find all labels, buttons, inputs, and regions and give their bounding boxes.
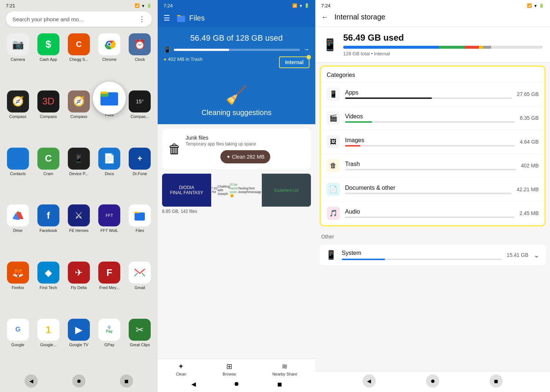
app-devicep[interactable]: 📱 Device P... — [65, 145, 93, 200]
media-grid: DIODIAFINAL FANTASY 7:20 PM Chatting wit… — [162, 174, 311, 207]
app-camera[interactable]: 📷 Camera — [4, 31, 32, 86]
app-facebook[interactable]: f Facebook — [34, 202, 62, 257]
app-googletv[interactable]: ▶ Google TV — [65, 317, 93, 371]
app-chrome[interactable]: Chrome — [95, 31, 124, 86]
time-panel3: 7:24 — [321, 3, 330, 8]
facebook-icon: f — [37, 204, 59, 226]
app-cram[interactable]: C Cram — [34, 145, 62, 200]
android-nav-panel2: ◀ ⏺ ◼ — [158, 378, 315, 392]
internal-storage-panel: 7:24 📶 ▼ 🔋 ← Internal storage 📱 56.49 GB… — [315, 0, 550, 392]
menu-dots[interactable]: ⋮ — [139, 15, 145, 23]
back-arrow-icon[interactable]: ← — [321, 13, 329, 21]
app-compass1[interactable]: 🧭 Compass — [4, 88, 32, 143]
app-firefox[interactable]: 🦊 Firefox — [4, 259, 32, 314]
app-drfone[interactable]: + Dr.Fone — [126, 145, 154, 200]
junk-icon: 🗑 — [168, 141, 181, 157]
media-thumb-game[interactable]: DIODIAFINAL FANTASY — [162, 174, 211, 207]
googleone-icon: 1 — [37, 319, 59, 341]
app-fredmey[interactable]: F Fred Mey... — [95, 259, 124, 314]
svg-marker-20 — [177, 15, 181, 16]
nav-clean[interactable]: ✦ Clean — [176, 362, 186, 376]
googletv-icon: ▶ — [68, 319, 90, 341]
apps-category-info: Apps — [345, 89, 512, 99]
app-flydelta[interactable]: ✈ Fly Delta — [65, 259, 93, 314]
search-bar[interactable]: Search your phone and mo... ⋮ — [6, 11, 152, 27]
status-bar-panel2: 7:24 📶 ▼ 🔋 — [158, 0, 315, 10]
nav-nearby[interactable]: ≋ Nearby Share — [272, 362, 297, 376]
hamburger-menu[interactable]: ☰ — [164, 14, 170, 22]
app-docs[interactable]: 📄 Docs — [95, 145, 124, 200]
recents-btn-panel3[interactable]: ◼ — [489, 374, 503, 388]
files-app-title: Files — [189, 14, 205, 22]
internal-dot — [307, 55, 311, 59]
app-clock[interactable]: ⏰ Clock — [126, 31, 154, 86]
media-thumb-chat[interactable]: 7:20 PM Chatting with Joseph I'll be hom… — [212, 174, 261, 207]
google-icon: G — [7, 319, 29, 341]
media-thumb-list[interactable]: Equipment List — [262, 174, 311, 207]
phone-icon: 📱 — [323, 38, 337, 52]
app-google[interactable]: G Google — [4, 317, 32, 371]
app-files2[interactable]: Files — [126, 202, 154, 257]
nav-browse[interactable]: ⊞ Browse — [223, 362, 236, 376]
flydelta-icon: ✈ — [68, 262, 90, 284]
app-compass5[interactable]: 15° Compas... — [126, 88, 154, 143]
app-files-highlighted[interactable]: Files — [95, 88, 124, 143]
cat-item-videos[interactable]: 🎬 Videos 8.35 GB — [321, 106, 544, 130]
home-btn-panel3[interactable]: ⏺ — [426, 374, 439, 388]
audio-category-icon: 🎵 — [327, 207, 340, 220]
app-compass2[interactable]: 3D Compass — [34, 88, 62, 143]
nearby-nav-icon: ≋ — [282, 362, 288, 371]
system-item[interactable]: 📱 System 15.41 GB ⌄ — [320, 245, 546, 265]
system-icon: 📱 — [326, 250, 337, 260]
files-highlight-circle — [93, 82, 126, 115]
system-size: 15.41 GB — [507, 252, 528, 258]
app-label-cashapp: Cash App — [40, 57, 57, 62]
app-gmail[interactable]: Gmail — [126, 259, 154, 314]
expand-icon[interactable]: ⌄ — [534, 251, 540, 259]
recents-btn-panel1[interactable]: ◼ — [120, 374, 133, 388]
junk-info: Junk files Temporary app files taking up… — [186, 134, 305, 163]
home-btn-panel2[interactable]: ⏺ — [234, 381, 239, 388]
app-gpay[interactable]: G Pay GPay — [95, 317, 124, 371]
apps-category-icon: 📱 — [327, 88, 340, 101]
storage-sub-info: ●402 MB in Trash Internal — [164, 56, 309, 68]
app-label-contacts: Contacts — [10, 171, 26, 176]
cat-item-apps[interactable]: 📱 Apps 27.65 GB — [321, 82, 544, 106]
app-ffwotl[interactable]: FFT FFT WotL — [95, 202, 124, 257]
files-app-panel: 7:24 📶 ▼ 🔋 ☰ Files 56.49 GB of 128 GB us… — [158, 0, 315, 392]
cat-item-docs[interactable]: 📄 Documents & other 42.21 MB — [321, 178, 544, 201]
app-drive[interactable]: Drive — [4, 202, 32, 257]
app-chegg[interactable]: C Chegg S... — [65, 31, 93, 86]
images-category-info: Images — [345, 137, 515, 147]
clean-btn[interactable]: ✦ Clean 282 MB — [220, 150, 271, 163]
back-btn-panel2[interactable]: ◀ — [191, 381, 196, 388]
camera-icon: 📷 — [7, 33, 29, 55]
app-contacts[interactable]: 👤 Contacts — [4, 145, 32, 200]
app-feheroes[interactable]: ⚔ FE Heroes — [65, 202, 93, 257]
app-greatclips[interactable]: ✂ Great Clips — [126, 317, 154, 371]
gmail-icon — [129, 262, 151, 284]
app-googleone[interactable]: 1 Google... — [34, 317, 62, 371]
app-cashapp[interactable]: $ Cash App — [34, 31, 62, 86]
apps-bar — [345, 97, 432, 99]
trash-category-size: 402 MB — [521, 163, 539, 169]
home-btn-panel1[interactable]: ⏺ — [72, 374, 85, 388]
files-bottom-nav: ✦ Clean ⊞ Browse ≋ Nearby Share — [158, 359, 315, 378]
cat-item-trash[interactable]: 🗑 Trash 402 MB — [321, 154, 544, 178]
junk-title: Junk files — [186, 134, 305, 141]
cat-item-audio[interactable]: 🎵 Audio 2.45 MB — [321, 201, 544, 225]
drive-icon — [7, 204, 29, 226]
cat-item-images[interactable]: 🖼 Images 4.64 GB — [321, 130, 544, 154]
storage-banner: 56.49 GB of 128 GB used 📱 → ●402 MB in T… — [158, 27, 315, 79]
internal-btn[interactable]: Internal — [279, 56, 309, 68]
trash-category-info: Trash — [345, 161, 516, 170]
app-firsttech[interactable]: ◆ First Tech — [34, 259, 62, 314]
app-compass3[interactable]: 🧭 Compass — [65, 88, 93, 143]
junk-card: 🗑 Junk files Temporary app files taking … — [162, 129, 311, 169]
feheroes-icon: ⚔ — [68, 204, 90, 226]
recents-btn-panel2[interactable]: ◼ — [277, 381, 282, 388]
back-btn-panel1[interactable]: ◀ — [25, 374, 38, 388]
videos-category-name: Videos — [345, 113, 515, 120]
images-bar — [345, 145, 360, 147]
back-btn-panel3[interactable]: ◀ — [363, 374, 376, 388]
